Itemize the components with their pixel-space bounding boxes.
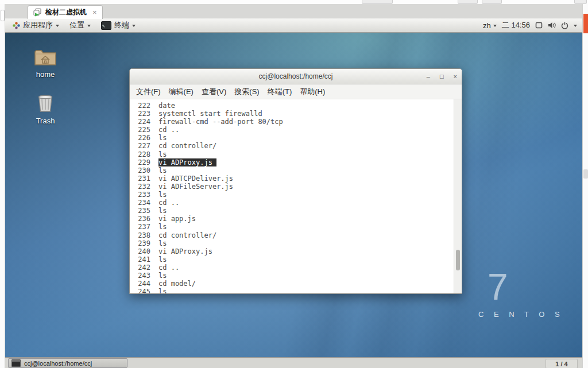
history-command: vi ADProxy.js bbox=[158, 158, 216, 166]
desktop-icon-label: home bbox=[28, 70, 63, 79]
terminal-history-line: 240vi ADProxy.js bbox=[137, 247, 462, 255]
terminal-menu-item[interactable]: 搜索(S) bbox=[230, 85, 263, 99]
host-panel-handle[interactable] bbox=[1, 10, 5, 21]
history-command: ls bbox=[158, 239, 167, 247]
terminal-menu-item[interactable]: 文件(F) bbox=[132, 85, 165, 99]
vm-tab-icon bbox=[33, 8, 42, 17]
history-command: vi ADFileServer.js bbox=[158, 183, 233, 191]
terminal-titlebar[interactable]: ccj@localhost:/home/ccj – □ × bbox=[130, 69, 462, 84]
minimize-button[interactable]: – bbox=[427, 73, 430, 80]
history-number: 244 bbox=[137, 280, 150, 288]
history-number: 223 bbox=[137, 110, 150, 118]
host-toolbar-fragment bbox=[362, 0, 393, 4]
terminal-history-line: 241ls bbox=[137, 255, 462, 264]
power-icon bbox=[561, 22, 568, 29]
workspace-indicator-label: 1 / 4 bbox=[555, 361, 567, 367]
host-toolbar-fragment bbox=[458, 0, 478, 4]
chevron-down-icon bbox=[493, 25, 497, 27]
chevron-down-icon[interactable] bbox=[574, 25, 577, 27]
terminal-history-line: 227cd controller/ bbox=[137, 142, 462, 150]
terminal-menu-item[interactable]: 终端(T) bbox=[264, 85, 296, 99]
vm-tab[interactable]: 检材二虚拟机 × bbox=[28, 5, 103, 19]
terminal-history-line: 228ls bbox=[137, 150, 462, 158]
terminal-history-line: 234cd .. bbox=[137, 199, 462, 207]
terminal-history-line: 224firewall-cmd --add-port 80/tcp bbox=[137, 118, 462, 126]
terminal-history: 222date223systemctl start firewalld224fi… bbox=[130, 99, 462, 293]
history-number: 228 bbox=[137, 150, 150, 158]
history-number: 238 bbox=[137, 231, 150, 239]
places-menu[interactable]: 位置 bbox=[64, 18, 96, 32]
terminal-app-menu-label: 终端 bbox=[114, 20, 129, 30]
history-number: 222 bbox=[137, 102, 150, 110]
tab-close-icon[interactable]: × bbox=[92, 8, 97, 17]
terminal-history-line: 237ls bbox=[137, 223, 462, 231]
history-command: cd controller/ bbox=[158, 231, 216, 239]
places-menu-label: 位置 bbox=[69, 20, 84, 30]
terminal-menu-item[interactable]: 编辑(E) bbox=[165, 85, 198, 99]
terminal-history-line: 245ls bbox=[137, 288, 462, 293]
history-command: ls bbox=[158, 134, 167, 142]
history-command: cd .. bbox=[158, 199, 179, 207]
input-language-indicator[interactable]: zh bbox=[483, 21, 497, 30]
maximize-button[interactable]: □ bbox=[440, 73, 444, 80]
history-command: date bbox=[158, 102, 175, 110]
history-command: ls bbox=[158, 166, 167, 175]
volume-control[interactable] bbox=[548, 22, 556, 29]
history-number: 226 bbox=[137, 134, 150, 142]
history-command: cd .. bbox=[158, 126, 179, 134]
terminal-app-menu[interactable]: 终端 bbox=[96, 18, 141, 32]
history-number: 240 bbox=[137, 247, 150, 255]
applications-menu[interactable]: 应用程序 bbox=[7, 18, 64, 32]
taskbar-window-button[interactable]: ccj@localhost:/home/ccj bbox=[8, 358, 127, 368]
history-number: 225 bbox=[137, 126, 150, 134]
input-language-label: zh bbox=[483, 21, 491, 30]
chevron-down-icon bbox=[132, 25, 136, 27]
trash-icon bbox=[36, 94, 55, 113]
chevron-down-icon bbox=[87, 25, 91, 27]
terminal-window-title: ccj@localhost:/home/ccj bbox=[130, 72, 462, 80]
desktop-icon-trash[interactable]: Trash bbox=[28, 94, 63, 125]
terminal-menu-item[interactable]: 查看(V) bbox=[198, 85, 230, 99]
history-command: vi app.js bbox=[158, 215, 196, 223]
history-number: 230 bbox=[137, 166, 150, 175]
close-button[interactable]: × bbox=[454, 73, 457, 80]
history-command: ls bbox=[158, 272, 167, 280]
history-command: firewall-cmd --add-port 80/tcp bbox=[158, 118, 283, 126]
gnome-bottom-panel: ccj@localhost:/home/ccj 1 / 4 bbox=[5, 357, 582, 368]
host-accent-marker bbox=[583, 14, 588, 33]
centos-numeral: 7 bbox=[488, 269, 508, 305]
history-number: 227 bbox=[137, 142, 150, 150]
history-command: ls bbox=[158, 150, 167, 158]
host-toolbar-fragment bbox=[482, 0, 502, 4]
history-number: 231 bbox=[137, 175, 150, 183]
terminal-scrollbar[interactable] bbox=[454, 99, 462, 293]
history-number: 235 bbox=[137, 207, 150, 215]
desktop-icon-label: Trash bbox=[28, 117, 63, 125]
power-menu[interactable] bbox=[561, 22, 568, 29]
display-icon bbox=[535, 22, 543, 29]
display-settings[interactable] bbox=[535, 22, 543, 29]
scrollbar-thumb[interactable] bbox=[456, 250, 460, 270]
terminal-history-line: 223systemctl start firewalld bbox=[137, 110, 462, 118]
terminal-history-line: 235ls bbox=[137, 207, 462, 215]
terminal-history-line: 222date bbox=[137, 102, 462, 110]
history-number: 243 bbox=[137, 272, 150, 280]
host-tab-bar: 检材二虚拟机 × bbox=[5, 4, 582, 18]
terminal-history-line: 244cd model/ bbox=[137, 280, 462, 288]
centos-brand-text: C E N T O S bbox=[478, 310, 564, 319]
history-number: 236 bbox=[137, 215, 150, 223]
terminal-window: ccj@localhost:/home/ccj – □ × 文件(F)编辑(E)… bbox=[129, 68, 462, 294]
history-number: 242 bbox=[137, 264, 150, 272]
history-command: vi ADProxy.js bbox=[158, 247, 212, 255]
history-number: 229 bbox=[137, 158, 150, 166]
desktop-icon-home[interactable]: home bbox=[28, 48, 63, 79]
history-number: 241 bbox=[137, 255, 150, 264]
terminal-history-line: 243ls bbox=[137, 272, 462, 280]
history-command: ls bbox=[158, 255, 167, 264]
host-scrollbar-thumb[interactable] bbox=[583, 169, 588, 179]
clock[interactable]: 二 14:56 bbox=[502, 20, 530, 30]
gnome-top-panel: 应用程序 位置 终端 zh 二 14:56 bbox=[5, 18, 582, 33]
terminal-menu-item[interactable]: 帮助(H) bbox=[296, 85, 329, 99]
terminal-content[interactable]: 222date223systemctl start firewalld224fi… bbox=[130, 99, 462, 293]
workspace-switcher[interactable]: 1 / 4 bbox=[546, 359, 578, 368]
